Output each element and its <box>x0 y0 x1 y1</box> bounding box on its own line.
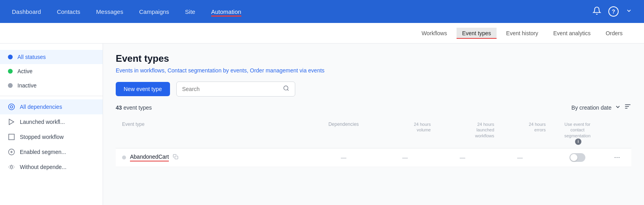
errors-cell: — <box>494 154 546 161</box>
sidebar-item-all-dependencies[interactable]: All dependencies <box>0 99 103 114</box>
dependencies-cell: — <box>308 154 379 161</box>
toolbar: New event type <box>116 82 631 97</box>
volume-cell: — <box>379 154 431 161</box>
svg-point-1 <box>10 106 13 108</box>
inactive-dot <box>8 83 13 88</box>
subnav-event-types[interactable]: Event types <box>457 28 497 39</box>
svg-line-6 <box>287 89 289 91</box>
nav-messages[interactable]: Messages <box>96 7 123 17</box>
search-icon <box>283 85 289 93</box>
table-row: AbandonedCart — — — — ··· <box>116 148 631 167</box>
nav-campaigns[interactable]: Campaigns <box>139 7 169 17</box>
sort-control[interactable]: By creation date <box>571 103 631 112</box>
sub-navigation: Workflows Event types Event history Even… <box>0 23 644 44</box>
segmentation-cell <box>546 153 609 162</box>
search-input[interactable] <box>182 86 280 92</box>
subnav-event-analytics[interactable]: Event analytics <box>548 28 596 39</box>
sort-lines-icon <box>624 103 631 112</box>
nav-automation[interactable]: Automation <box>211 7 241 17</box>
nav-dashboard[interactable]: Dashboard <box>12 7 41 17</box>
sidebar-item-stopped-workflow[interactable]: Stopped workflow <box>0 129 103 144</box>
segmentation-info-icon[interactable]: i <box>575 139 581 145</box>
copy-icon[interactable] <box>173 154 178 161</box>
chevron-down-icon <box>615 104 621 111</box>
bell-icon[interactable] <box>592 6 601 17</box>
launched-workflow-label: Launched workfl... <box>20 119 65 125</box>
col-header-segmentation: Use event for contact segmentation i <box>546 121 609 145</box>
sidebar-item-inactive[interactable]: Inactive <box>0 78 103 93</box>
stopped-workflow-label: Stopped workflow <box>20 134 64 140</box>
sort-label: By creation date <box>571 104 612 111</box>
profile-chevron-icon[interactable] <box>626 8 632 15</box>
segmentation-toggle[interactable] <box>569 153 585 162</box>
launched-workflow-icon <box>8 118 15 125</box>
order-management-link[interactable]: Order management via events <box>250 67 325 74</box>
stopped-workflow-icon <box>8 133 15 140</box>
active-dot <box>8 69 13 74</box>
sidebar: All statuses Active Inactive All depende… <box>0 44 103 205</box>
all-statuses-dot <box>8 55 13 59</box>
row-status-dot <box>122 156 126 159</box>
more-actions-button[interactable]: ··· <box>609 153 625 161</box>
event-count: 43 event types <box>116 104 152 111</box>
nav-site[interactable]: Site <box>185 7 195 17</box>
subnav-event-history[interactable]: Event history <box>501 28 544 39</box>
svg-point-4 <box>10 166 13 168</box>
search-box <box>176 82 295 97</box>
without-dependency-icon <box>8 163 15 171</box>
svg-point-5 <box>284 86 288 90</box>
help-icon[interactable]: ? <box>608 6 619 17</box>
contact-segmentation-link[interactable]: Contact segmentation by events <box>168 67 247 74</box>
new-event-type-button[interactable]: New event type <box>116 82 170 96</box>
top-nav-right: ? <box>592 6 632 17</box>
inactive-label: Inactive <box>17 82 36 89</box>
active-label: Active <box>17 68 32 74</box>
sidebar-item-enabled-segment[interactable]: Enabled segmen... <box>0 144 103 159</box>
sidebar-item-active[interactable]: Active <box>0 64 103 78</box>
svg-marker-2 <box>9 119 14 125</box>
nav-contacts[interactable]: Contacts <box>57 7 80 17</box>
event-name-text[interactable]: AbandonedCart <box>130 154 169 161</box>
sidebar-item-all-statuses[interactable]: All statuses <box>0 50 103 64</box>
events-in-workflows-link[interactable]: Events in workflows <box>116 67 164 74</box>
col-header-event-type: Event type <box>122 121 308 145</box>
all-dependencies-icon <box>8 103 15 110</box>
svg-point-0 <box>9 104 15 110</box>
launched-cell: — <box>431 154 494 161</box>
col-header-volume: 24 hours volume <box>379 121 431 145</box>
col-header-actions <box>609 121 625 145</box>
count-bar: 43 event types By creation date <box>116 103 631 112</box>
subnav-workflows[interactable]: Workflows <box>416 28 453 39</box>
main-content: Event types Events in workflows, Contact… <box>103 44 644 205</box>
sidebar-divider <box>0 96 103 96</box>
top-nav-links: Dashboard Contacts Messages Campaigns Si… <box>12 7 241 17</box>
page-subtitle: Events in workflows, Contact segmentatio… <box>116 67 631 74</box>
sidebar-item-without-dependency[interactable]: Without depende... <box>0 159 103 175</box>
enabled-segment-icon <box>8 148 15 156</box>
enabled-segment-label: Enabled segmen... <box>20 149 66 155</box>
main-layout: All statuses Active Inactive All depende… <box>0 44 644 205</box>
subnav-orders[interactable]: Orders <box>600 28 628 39</box>
svg-rect-10 <box>175 156 178 159</box>
all-dependencies-label: All dependencies <box>20 104 62 110</box>
top-navigation: Dashboard Contacts Messages Campaigns Si… <box>0 0 644 23</box>
col-header-launched: 24 hours launched workflows <box>431 121 494 145</box>
event-count-label: event types <box>123 104 152 111</box>
table-header: Event type Dependencies 24 hours volume … <box>116 118 631 148</box>
event-count-number: 43 <box>116 104 122 111</box>
sidebar-item-launched-workflow[interactable]: Launched workfl... <box>0 114 103 129</box>
all-statuses-label: All statuses <box>17 54 46 60</box>
svg-rect-3 <box>9 134 14 140</box>
page-title: Event types <box>116 53 631 64</box>
col-header-dependencies: Dependencies <box>308 121 379 145</box>
event-name-cell: AbandonedCart <box>122 154 308 161</box>
without-dependency-label: Without depende... <box>20 164 67 170</box>
col-header-errors: 24 hours errors <box>494 121 546 145</box>
